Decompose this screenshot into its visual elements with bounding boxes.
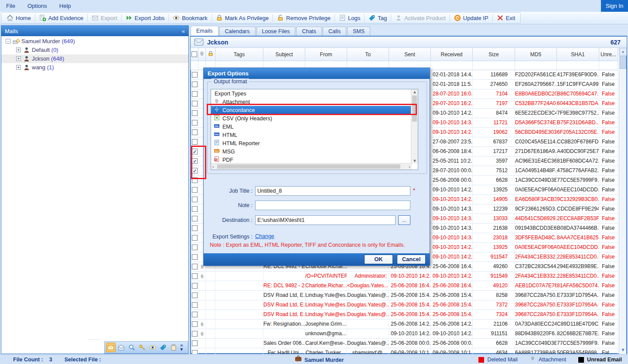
cell-sel[interactable] bbox=[191, 320, 198, 329]
scroll-down-icon[interactable]: ▼ bbox=[619, 347, 627, 354]
column-header-subject[interactable]: Subject bbox=[263, 48, 305, 61]
cell-sel[interactable] bbox=[191, 300, 198, 310]
email-row[interactable]: DSV Road Ltd, E...Lindsay.Yule@es...Doug… bbox=[191, 291, 618, 300]
select-all-checkbox[interactable] bbox=[191, 51, 197, 57]
row-checkbox[interactable] bbox=[192, 312, 198, 317]
column-header-sha1[interactable]: SHA1 bbox=[557, 48, 599, 61]
tab-chats[interactable]: Chats bbox=[296, 27, 322, 36]
column-header-tags[interactable]: Tags bbox=[215, 48, 263, 61]
mark-as-privilege-button[interactable]: Mark As Privilege bbox=[212, 13, 272, 23]
cell-sel[interactable] bbox=[191, 128, 198, 137]
cell-sel[interactable] bbox=[191, 348, 198, 354]
row-checkbox[interactable] bbox=[192, 120, 198, 126]
menu-options[interactable]: Options bbox=[21, 0, 53, 12]
cell-sel[interactable] bbox=[191, 214, 198, 224]
tag-button[interactable]: Tag bbox=[365, 13, 390, 23]
tab-calls[interactable]: Calls bbox=[323, 27, 346, 36]
row-checkbox[interactable] bbox=[192, 91, 198, 97]
export-list-hscrollbar[interactable]: ‹ › bbox=[211, 163, 412, 170]
scroll-down-icon[interactable]: ▼ bbox=[411, 159, 418, 163]
email-row[interactable]: Fw: Hadll Uni...Charles.Tusker...shamsjm… bbox=[191, 348, 618, 354]
email-row[interactable]: /O=PCVITAINTER...Administrator;09-10-201… bbox=[191, 272, 618, 281]
filter-cell-unread[interactable] bbox=[599, 61, 618, 70]
filter-cell-size[interactable] bbox=[473, 61, 515, 70]
expand-node-icon[interactable]: + bbox=[16, 65, 21, 70]
export-jobs-button[interactable]: Export Jobs bbox=[122, 13, 168, 23]
export-types-list[interactable]: Export TypesAttachmentConcordanceCSV (On… bbox=[211, 89, 418, 170]
email-row[interactable]: Fw: Resignation...Josephine.Grim...25-06… bbox=[191, 320, 618, 329]
tree-item-wang[interactable]: +wang (1) bbox=[1, 63, 188, 72]
export-list-vscrollbar[interactable]: ▲ ▼ bbox=[411, 89, 418, 163]
row-checkbox[interactable] bbox=[192, 245, 198, 250]
column-header-sent[interactable]: Sent bbox=[389, 48, 431, 61]
ok-button[interactable]: OK bbox=[364, 255, 393, 264]
tab-calendars[interactable]: Calendars bbox=[219, 27, 256, 36]
column-header-from[interactable]: From bbox=[305, 48, 347, 61]
cell-sel[interactable] bbox=[191, 262, 198, 272]
cell-sel[interactable] bbox=[191, 281, 198, 291]
row-checkbox[interactable] bbox=[192, 206, 198, 212]
cell-sel[interactable] bbox=[191, 109, 198, 118]
cell-sel[interactable] bbox=[191, 99, 198, 109]
row-checkbox[interactable] bbox=[192, 197, 198, 202]
email-row[interactable]: DSV Road Ltd, E...Lindsay.Yule@es...Doug… bbox=[191, 310, 618, 320]
cell-sel[interactable] bbox=[191, 233, 198, 243]
collapse-panel-icon[interactable]: « bbox=[182, 28, 185, 34]
row-checkbox[interactable] bbox=[192, 101, 198, 106]
cell-sel[interactable] bbox=[191, 80, 198, 89]
destination-input[interactable] bbox=[255, 215, 396, 225]
tab-emails[interactable]: Emails bbox=[191, 26, 218, 36]
tab-sms[interactable]: SMS bbox=[347, 27, 370, 36]
filter-cell-sel[interactable] bbox=[191, 61, 198, 70]
row-checkbox[interactable] bbox=[192, 302, 198, 308]
expand-node-icon[interactable]: + bbox=[16, 48, 21, 52]
column-header-size[interactable]: Size bbox=[473, 48, 515, 61]
panel-splitter-handle[interactable]: ....... bbox=[1, 336, 188, 340]
cell-sel[interactable] bbox=[191, 118, 198, 128]
cell-sel[interactable] bbox=[191, 243, 198, 252]
column-header-lock[interactable] bbox=[206, 48, 215, 61]
email-row[interactable]: DSV Road Ltd, E...Lindsay.Yule@es...Doug… bbox=[191, 300, 618, 310]
menu-help[interactable]: Help bbox=[53, 0, 77, 12]
row-checkbox[interactable] bbox=[192, 129, 198, 135]
menu-file[interactable]: File bbox=[0, 0, 21, 12]
collapse-node-icon[interactable]: - bbox=[6, 39, 10, 44]
tree-item-jckson[interactable]: +Jckson (648) bbox=[1, 54, 188, 63]
scrollbar-thumb[interactable] bbox=[217, 164, 400, 169]
row-checkbox[interactable] bbox=[192, 321, 198, 327]
tree-item-samuel-murder[interactable]: -Samuel Murder (649) bbox=[1, 37, 188, 46]
column-header-to[interactable]: To bbox=[347, 48, 389, 61]
row-checkbox[interactable] bbox=[192, 82, 198, 87]
row-checkbox[interactable] bbox=[192, 225, 198, 231]
row-checkbox[interactable] bbox=[192, 350, 198, 354]
row-checkbox[interactable] bbox=[192, 254, 198, 260]
cancel-button[interactable]: Cancel bbox=[397, 255, 426, 264]
cell-sel[interactable] bbox=[191, 185, 198, 195]
cell-sel[interactable] bbox=[191, 252, 198, 262]
export-type-eml[interactable]: EMLEML bbox=[211, 122, 418, 131]
mail-icon[interactable] bbox=[106, 343, 116, 352]
remove-privilege-button[interactable]: Remove Privilege bbox=[273, 13, 334, 23]
clipboard-icon[interactable] bbox=[169, 343, 178, 352]
cell-sel[interactable] bbox=[191, 329, 198, 339]
tag-icon[interactable] bbox=[158, 343, 168, 352]
change-link[interactable]: Change bbox=[255, 233, 274, 239]
mail-open-icon[interactable] bbox=[116, 343, 126, 352]
cell-sel[interactable] bbox=[191, 224, 198, 233]
eye-icon[interactable] bbox=[148, 343, 157, 352]
more-tools-icon[interactable]: »▾ bbox=[179, 344, 184, 351]
row-checkbox[interactable] bbox=[192, 331, 198, 337]
scroll-right-icon[interactable]: › bbox=[409, 163, 410, 170]
row-checkbox[interactable] bbox=[192, 216, 198, 221]
scroll-up-icon[interactable]: ▲ bbox=[619, 48, 627, 55]
export-type-csv-only-headers-[interactable]: CSV (Only Headers) bbox=[211, 114, 418, 122]
cell-sel[interactable] bbox=[191, 195, 198, 204]
note-input[interactable] bbox=[255, 201, 410, 210]
row-checkbox[interactable] bbox=[192, 139, 198, 145]
email-row[interactable]: unknown@gma...09-10-2010 14:2...09-10-20… bbox=[191, 329, 618, 339]
row-checkbox[interactable] bbox=[192, 273, 198, 279]
logs-button[interactable]: Logs bbox=[335, 13, 364, 23]
tab-loose-files[interactable]: Loose Files bbox=[256, 27, 296, 36]
scrollbar-thumb[interactable] bbox=[620, 56, 626, 69]
column-header-clip[interactable] bbox=[198, 48, 206, 61]
